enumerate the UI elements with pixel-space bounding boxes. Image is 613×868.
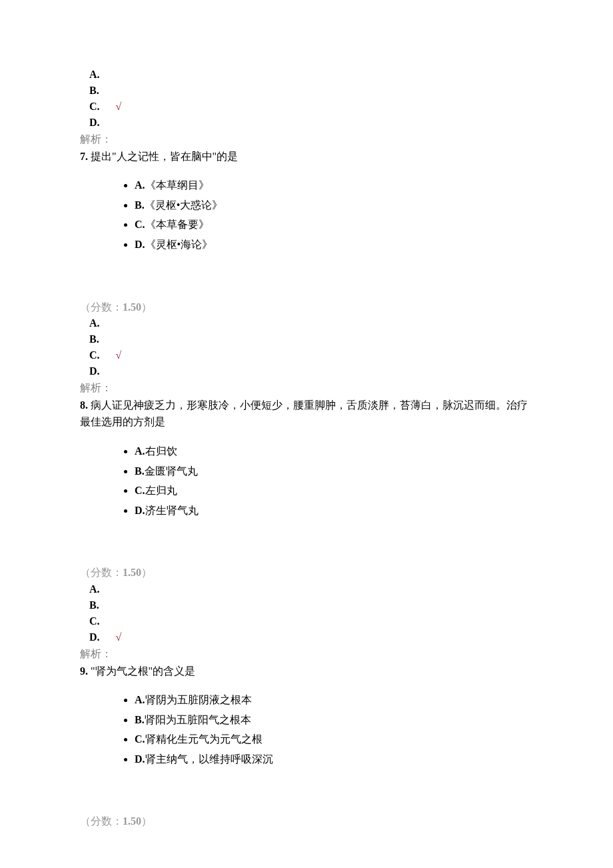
answer-letter: B. <box>89 599 99 611</box>
options-list: A.肾阴为五脏阴液之根本 B.肾阳为五脏阳气之根本 C.肾精化生元气为元气之根 … <box>80 691 533 770</box>
score-line: （分数：1.50） <box>80 564 533 581</box>
option-text: 《灵枢•海论》 <box>145 239 213 250</box>
answer-a: A. <box>89 67 533 83</box>
answer-list: A. B. C. D.√ <box>80 581 533 645</box>
option-b: B.金匮肾气丸 <box>135 463 533 483</box>
answer-list: A. B. C.√ D. <box>80 67 533 131</box>
score-prefix: （分数： <box>80 301 123 313</box>
option-text: 金匮肾气丸 <box>145 465 198 477</box>
score-line: （分数：1.50） <box>80 299 533 316</box>
document-page: A. B. C.√ D. 解析： 7. 提出"人之记性，皆在脑中"的是 A.《本… <box>0 0 613 868</box>
option-text: 济生肾气丸 <box>145 505 199 516</box>
question-number: 9. <box>80 665 88 677</box>
score-suffix: ） <box>141 567 152 578</box>
answer-letter: D. <box>89 117 100 128</box>
option-letter: C. <box>135 485 145 496</box>
option-text: 肾阴为五脏阴液之根本 <box>145 694 252 705</box>
answer-a: A. <box>89 581 533 597</box>
question-text: 9. "肾为气之根"的含义是 <box>80 663 533 680</box>
option-letter: A. <box>135 445 145 457</box>
option-c: C.肾精化生元气为元气之根 <box>135 731 533 751</box>
option-text: 肾精化生元气为元气之根 <box>145 733 263 745</box>
question-text: 8. 病人证见神疲乏力，形寒肢冷，小便短少，腰重脚肿，舌质淡胖，苔薄白，脉沉迟而… <box>80 397 533 431</box>
question-number: 8. <box>80 399 88 411</box>
score-value: 1.50 <box>123 301 141 313</box>
option-text: 左归丸 <box>145 485 177 496</box>
option-letter: B. <box>135 465 145 477</box>
score-suffix: ） <box>141 301 152 313</box>
option-letter: C. <box>135 219 145 230</box>
correct-mark: √ <box>100 101 122 112</box>
q6-answer-block: A. B. C.√ D. 解析： <box>80 67 533 148</box>
option-text: 《本草备要》 <box>145 219 209 230</box>
question-text: 7. 提出"人之记性，皆在脑中"的是 <box>80 148 533 165</box>
question-7: 7. 提出"人之记性，皆在脑中"的是 A.《本草纲目》 B.《灵枢•大惑论》 C… <box>80 148 533 397</box>
answer-b: B. <box>89 597 533 613</box>
option-text: 《本草纲目》 <box>145 179 209 191</box>
answer-d: D. <box>89 363 533 379</box>
option-d: D.肾主纳气，以维持呼吸深沉 <box>135 751 533 771</box>
answer-letter: B. <box>89 333 99 345</box>
answer-letter: C. <box>89 349 100 361</box>
option-text: 肾主纳气，以维持呼吸深沉 <box>145 753 273 765</box>
analysis-label: 解析： <box>80 379 533 397</box>
option-letter: B. <box>135 714 145 725</box>
option-c: C.左归丸 <box>135 482 533 502</box>
question-body: "肾为气之根"的含义是 <box>88 665 195 677</box>
analysis-label: 解析： <box>80 131 533 148</box>
question-8: 8. 病人证见神疲乏力，形寒肢冷，小便短少，腰重脚肿，舌质淡胖，苔薄白，脉沉迟而… <box>80 397 533 663</box>
answer-letter: C. <box>89 101 100 112</box>
option-text: 肾阳为五脏阳气之根本 <box>145 714 251 725</box>
answer-letter: B. <box>89 85 99 96</box>
option-letter: C. <box>135 733 145 745</box>
option-c: C.《本草备要》 <box>135 216 533 236</box>
analysis-label: 解析： <box>80 645 533 663</box>
question-9: 9. "肾为气之根"的含义是 A.肾阴为五脏阴液之根本 B.肾阳为五脏阳气之根本… <box>80 663 533 831</box>
options-list: A.右归饮 B.金匮肾气丸 C.左归丸 D.济生肾气丸 <box>80 443 533 521</box>
score-line: （分数：1.50） <box>80 813 533 830</box>
answer-letter: A. <box>89 583 100 595</box>
option-letter: D. <box>135 753 145 765</box>
answer-c: C.√ <box>89 99 533 115</box>
answer-c: C. <box>89 613 533 629</box>
score-prefix: （分数： <box>80 567 123 578</box>
question-body: 提出"人之记性，皆在脑中"的是 <box>88 151 238 162</box>
option-d: D.济生肾气丸 <box>135 502 533 522</box>
answer-b: B. <box>89 331 533 347</box>
score-prefix: （分数： <box>80 815 123 827</box>
answer-letter: A. <box>89 317 100 329</box>
answer-d: D. <box>89 115 533 131</box>
option-b: B.肾阳为五脏阳气之根本 <box>135 711 533 731</box>
correct-mark: √ <box>100 349 122 361</box>
option-a: A.《本草纲目》 <box>135 177 533 197</box>
option-a: A.右归饮 <box>135 443 533 463</box>
correct-mark: √ <box>100 631 122 643</box>
answer-letter: A. <box>89 69 100 80</box>
answer-letter: D. <box>89 365 100 377</box>
answer-d: D.√ <box>89 629 533 645</box>
option-letter: B. <box>135 199 145 211</box>
option-text: 《灵枢•大惑论》 <box>145 199 223 211</box>
score-suffix: ） <box>141 815 152 827</box>
answer-list: A. B. C.√ D. <box>80 315 533 379</box>
option-a: A.肾阴为五脏阴液之根本 <box>135 691 533 711</box>
question-body: 病人证见神疲乏力，形寒肢冷，小便短少，腰重脚肿，舌质淡胖，苔薄白，脉沉迟而细。治… <box>80 399 528 428</box>
option-letter: D. <box>135 239 145 250</box>
answer-a: A. <box>89 315 533 331</box>
score-value: 1.50 <box>123 567 141 578</box>
option-d: D.《灵枢•海论》 <box>135 236 533 256</box>
question-number: 7. <box>80 151 88 162</box>
answer-b: B. <box>89 83 533 99</box>
option-letter: A. <box>135 179 145 191</box>
answer-c: C.√ <box>89 347 533 363</box>
option-b: B.《灵枢•大惑论》 <box>135 197 533 217</box>
score-value: 1.50 <box>123 815 141 827</box>
options-list: A.《本草纲目》 B.《灵枢•大惑论》 C.《本草备要》 D.《灵枢•海论》 <box>80 177 533 255</box>
option-letter: D. <box>135 505 145 516</box>
answer-letter: D. <box>89 631 100 643</box>
option-letter: A. <box>135 694 145 705</box>
answer-letter: C. <box>89 615 100 627</box>
option-text: 右归饮 <box>145 445 177 457</box>
